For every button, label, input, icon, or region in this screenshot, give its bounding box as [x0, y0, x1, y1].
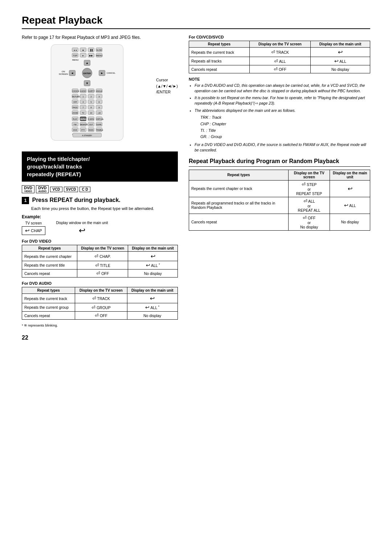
- chap-display: ↩ CHAP: [22, 226, 45, 235]
- badge-svcd: SVCD: [64, 187, 78, 192]
- dvd-audio-label: For DVD AUDIO: [22, 281, 178, 285]
- note-item-1: For a DVD AUDIO and CD, this operation c…: [195, 83, 370, 93]
- dvda-row3-type: Cancels repeat: [22, 312, 75, 320]
- note-box: NOTE For a DVD AUDIO and CD, this operat…: [189, 77, 370, 153]
- dvda-row3-unit: No display: [127, 312, 177, 320]
- dvd-audio-table: Repeat types Display on the TV screen Di…: [22, 287, 178, 320]
- dvdv-row2-tv: ⏎ TITLE: [77, 261, 128, 270]
- example-unit-label: Display window on the main unit: [56, 221, 108, 225]
- cd-row2-tv: ⏎ ALL: [249, 57, 310, 65]
- example-tv-cell: TV screen ↩ CHAP: [22, 221, 45, 235]
- black-banner: Playing the title/chapter/ group/track/a…: [22, 151, 178, 182]
- table-row: Repeats all programmed tracks or all the…: [189, 197, 370, 214]
- th-tv-screen-2: Display on the TV screen: [75, 287, 127, 294]
- cd-row3-tv: ⏎ OFF: [249, 65, 310, 73]
- dvda-row2-tv: ⏎ GROUP: [75, 303, 127, 312]
- dvdv-row3-tv: ⏎ OFF: [77, 270, 128, 278]
- dvda-row2-type: Repeats the current group: [22, 303, 75, 312]
- cd-row3-unit: No display: [311, 65, 370, 73]
- dvdv-row1-type: Repeats the current chapter: [22, 252, 77, 261]
- step1-heading: 1 Press REPEAT during playback.: [22, 197, 178, 204]
- dvdv-row3-type: Cancels repeat: [22, 270, 77, 278]
- cd-vcd-svcd-table: Repeat types Display on the TV screen Di…: [189, 41, 370, 73]
- th-repeat-types-3: Repeat types: [189, 41, 250, 48]
- remote-illustration: ◄◄SLOW ■ ▐▐ SLOW▶▶ TOPMENU ► ▶▶ MENU: [51, 44, 123, 141]
- dvdv-row2-unit: ↩ ALL *: [128, 261, 178, 270]
- th-tv-screen-3: Display on the TV screen: [249, 41, 310, 48]
- note-item-4: For a DVD VIDEO and DVD AUDIO, if the so…: [195, 142, 370, 153]
- badge-dvd-audio: DVDAUDIO: [36, 185, 49, 193]
- table-row: Cancels repeat ⏎ OFF No display: [189, 65, 370, 73]
- th-tv-screen-4: Display on the TV screen: [288, 170, 330, 180]
- table-row: Repeats the current group ⏎ GROUP ↩ ALL …: [22, 303, 178, 312]
- note-item-3: The abbreviations displayed on the main …: [195, 108, 370, 140]
- badge-vcd: VCD: [50, 187, 62, 192]
- pr-row3-tv: ⏎ OFForNo display: [288, 214, 330, 230]
- badge-cd: C D: [79, 187, 90, 192]
- example-label: Example:: [22, 214, 178, 219]
- badge-dvd-video: DVDVIDEO: [22, 185, 34, 193]
- cd-row2-unit: ↩ ALL: [311, 57, 370, 65]
- dvda-row1-tv: ⏎ TRACK: [75, 294, 127, 303]
- th-main-unit-2: Display on the main unit: [127, 287, 177, 294]
- note-item-2: It is possible to set Repeat on the menu…: [195, 95, 370, 106]
- th-tv-screen-1: Display on the TV screen: [77, 245, 128, 252]
- cd-vcd-svcd-label: For CD/VCD/SVCD: [189, 35, 370, 39]
- pr-row2-type: Repeats all programmed tracks or all the…: [189, 197, 289, 214]
- cursor-label: Cursor (▲/▼/◄/►) /ENTER: [156, 44, 178, 95]
- right-column: For CD/VCD/SVCD Repeat types Display on …: [189, 35, 370, 341]
- example-unit-symbol: ↩: [79, 226, 85, 235]
- intro-text: Refer to page 17 for Repeat Playback of …: [22, 35, 178, 40]
- th-main-unit-3: Display on the main unit: [311, 41, 370, 48]
- th-main-unit-1: Display on the main unit: [128, 245, 178, 252]
- example-unit-cell: Display window on the main unit ↩: [56, 221, 108, 235]
- table-row: Repeats the current chapter or track ⏎ S…: [189, 180, 370, 197]
- cd-row3-type: Cancels repeat: [189, 65, 250, 73]
- table-row: Cancels repeat ⏎ OFF No display: [22, 312, 178, 320]
- cd-row1-type: Repeats the current track: [189, 48, 250, 57]
- pr-row1-unit: ↩: [330, 180, 370, 197]
- table-row: Repeats the current track ⏎ TRACK ↩: [189, 48, 370, 57]
- table-row: Cancels repeat ⏎ OFF No display: [22, 270, 178, 278]
- left-column: Refer to page 17 for Repeat Playback of …: [22, 35, 178, 341]
- dvda-row2-unit: ↩ ALL *: [127, 303, 177, 312]
- table-row: Cancels repeat ⏎ OFForNo display No disp…: [189, 214, 370, 230]
- dvda-row1-unit: ↩: [127, 294, 177, 303]
- dvdv-row1-unit: ↩: [128, 252, 178, 261]
- th-main-unit-4: Display on the main unit: [330, 170, 370, 180]
- dvd-video-label: For DVD VIDEO: [22, 239, 178, 243]
- dvdv-row3-unit: No display: [128, 270, 178, 278]
- format-badges: DVDVIDEO DVDAUDIO VCD SVCD C D: [22, 185, 178, 193]
- th-repeat-types-4: Repeat types: [189, 170, 289, 180]
- dvdv-row2-type: Repeats the current title: [22, 261, 77, 270]
- pr-row1-tv: ⏎ STEPorREPEAT STEP: [288, 180, 330, 197]
- pr-row3-unit: No display: [330, 214, 370, 230]
- example-tv-label: TV screen: [25, 221, 42, 225]
- dvda-row3-tv: ⏎ OFF: [75, 312, 127, 320]
- footnote: * ≋ represents blinking.: [22, 323, 178, 327]
- th-repeat-types-2: Repeat types: [22, 287, 75, 294]
- table-row: Repeats all tracks ⏎ ALL ↩ ALL: [189, 57, 370, 65]
- abbreviations: TRK : Track CHP : Chapter TI. : Title GR…: [200, 114, 370, 140]
- program-random-table: Repeat types Display on the TV screen Di…: [189, 170, 370, 231]
- cd-row1-tv: ⏎ TRACK: [249, 48, 310, 57]
- cd-row1-unit: ↩: [311, 48, 370, 57]
- cd-row2-type: Repeats all tracks: [189, 57, 250, 65]
- page-title: Repeat Playback: [22, 15, 370, 29]
- th-repeat-types-1: Repeat types: [22, 245, 77, 252]
- pr-row3-type: Cancels repeat: [189, 214, 289, 230]
- page-number: 22: [22, 335, 178, 341]
- pr-row1-type: Repeats the current chapter or track: [189, 180, 289, 197]
- table-row: Repeats the current chapter ⏎ CHAP. ↩: [22, 252, 178, 261]
- pr-row2-unit: ↩ ALL: [330, 197, 370, 214]
- program-random-heading: Repeat Playback during Program or Random…: [189, 158, 370, 167]
- table-row: Repeats the current track ⏎ TRACK ↩: [22, 294, 178, 303]
- dvda-row1-type: Repeats the current track: [22, 294, 75, 303]
- note-list: For a DVD AUDIO and CD, this operation c…: [189, 83, 370, 153]
- note-title: NOTE: [189, 77, 370, 81]
- pr-row2-tv: ⏎ ALLorREPEAT ALL: [288, 197, 330, 214]
- example-row: TV screen ↩ CHAP Display window on the m…: [22, 221, 178, 235]
- dvdv-row1-tv: ⏎ CHAP.: [77, 252, 128, 261]
- table-row: Repeats the current title ⏎ TITLE ↩ ALL …: [22, 261, 178, 270]
- dvd-video-table: Repeat types Display on the TV screen Di…: [22, 245, 178, 278]
